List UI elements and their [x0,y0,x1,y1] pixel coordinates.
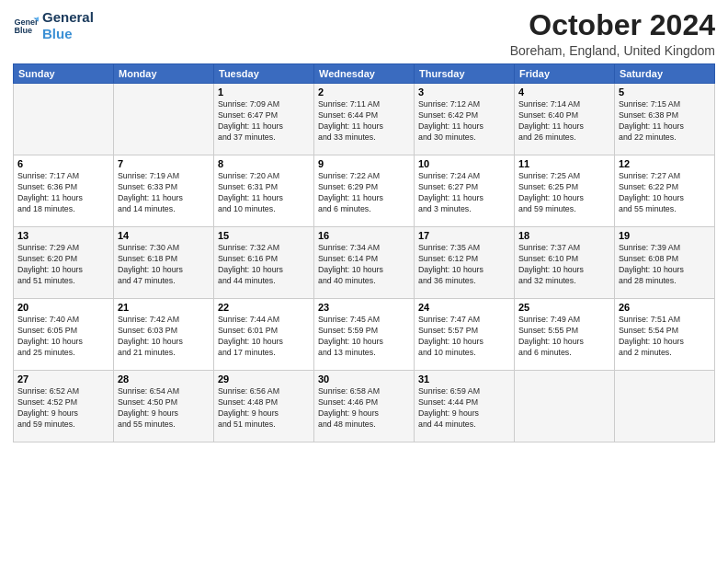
cell-text-line: Daylight: 10 hours [118,337,210,348]
cell-text-line: Daylight: 9 hours [418,408,510,419]
cell-text-line: Daylight: 10 hours [318,265,410,276]
logo-icon: General Blue [13,13,39,39]
logo-blue: Blue [42,26,94,42]
cell-text-line: Sunrise: 6:52 AM [17,386,109,397]
cell-text-line: Sunset: 6:33 PM [118,182,210,193]
cell-text-line: Sunset: 6:36 PM [17,182,109,193]
cell-text-line: and 37 minutes. [218,132,310,144]
cell-text-line: and 21 minutes. [118,348,210,359]
day-number: 20 [17,302,109,313]
calendar-cell: 15Sunrise: 7:32 AMSunset: 6:16 PMDayligh… [214,227,314,299]
cell-text-line: Daylight: 11 hours [218,121,310,132]
cell-text-line: Sunset: 6:20 PM [17,254,109,265]
cell-text-line: Sunset: 5:55 PM [518,326,610,337]
cell-text-line: and 47 minutes. [118,276,210,287]
cell-text-line: and 51 minutes. [218,419,310,431]
calendar-cell: 18Sunrise: 7:37 AMSunset: 6:10 PMDayligh… [515,227,615,299]
day-number: 31 [418,373,510,385]
col-tuesday: Tuesday [214,64,314,84]
day-number: 25 [518,302,610,313]
cell-text-line: Sunset: 6:05 PM [17,326,109,337]
cell-text-line: Daylight: 10 hours [518,193,610,204]
day-number: 27 [17,373,109,385]
cell-text-line: Daylight: 10 hours [619,265,711,276]
cell-text-line: and 51 minutes. [17,276,109,287]
col-sunday: Sunday [14,64,114,84]
cell-text-line: and 59 minutes. [518,204,610,215]
calendar-cell: 25Sunrise: 7:49 AMSunset: 5:55 PMDayligh… [515,299,615,371]
cell-text-line: Daylight: 11 hours [17,193,109,204]
calendar-table: Sunday Monday Tuesday Wednesday Thursday… [13,63,715,442]
cell-text-line: Sunset: 6:42 PM [418,110,510,121]
cell-text-line: Daylight: 10 hours [418,265,510,276]
calendar-week-4: 20Sunrise: 7:40 AMSunset: 6:05 PMDayligh… [14,299,715,371]
calendar-cell: 10Sunrise: 7:24 AMSunset: 6:27 PMDayligh… [415,155,515,227]
cell-text-line: and 33 minutes. [318,132,410,144]
cell-text-line: Sunrise: 7:27 AM [619,171,711,182]
cell-text-line: Sunrise: 7:42 AM [118,315,210,326]
day-number: 6 [17,158,109,169]
calendar-cell: 16Sunrise: 7:34 AMSunset: 6:14 PMDayligh… [314,227,415,299]
cell-text-line: Daylight: 10 hours [318,337,410,348]
cell-text-line: Sunset: 4:50 PM [118,397,210,408]
calendar-body: 1Sunrise: 7:09 AMSunset: 6:47 PMDaylight… [14,84,715,442]
calendar-cell [615,371,715,442]
cell-text-line: Daylight: 10 hours [518,337,610,348]
cell-text-line: Daylight: 10 hours [218,337,310,348]
cell-text-line: Sunset: 6:38 PM [619,110,711,121]
cell-text-line: Sunset: 5:59 PM [318,326,410,337]
cell-text-line: Daylight: 10 hours [619,193,711,204]
cell-text-line: Sunrise: 7:29 AM [17,243,109,254]
cell-text-line: Sunset: 5:54 PM [619,326,711,337]
cell-text-line: and 10 minutes. [218,204,310,215]
day-number: 7 [118,158,210,169]
cell-text-line: Sunset: 4:46 PM [318,397,410,408]
cell-text-line: Sunrise: 7:47 AM [418,315,510,326]
cell-text-line: Sunset: 6:12 PM [418,254,510,265]
cell-text-line: Sunset: 6:27 PM [418,182,510,193]
cell-text-line: Daylight: 11 hours [318,193,410,204]
cell-text-line: and 59 minutes. [17,419,109,431]
cell-text-line: Sunset: 6:40 PM [518,110,610,121]
cell-text-line: Daylight: 11 hours [218,193,310,204]
cell-text-line: Sunrise: 7:44 AM [218,315,310,326]
calendar-week-3: 13Sunrise: 7:29 AMSunset: 6:20 PMDayligh… [14,227,715,299]
cell-text-line: Daylight: 10 hours [518,265,610,276]
calendar-cell: 11Sunrise: 7:25 AMSunset: 6:25 PMDayligh… [515,155,615,227]
day-number: 10 [418,158,510,169]
cell-text-line: Sunrise: 7:20 AM [218,171,310,182]
day-number: 23 [318,302,410,313]
cell-text-line: Sunrise: 7:14 AM [518,99,610,110]
location: Boreham, England, United Kingdom [510,43,715,58]
calendar-cell [114,84,214,155]
calendar-cell: 19Sunrise: 7:39 AMSunset: 6:08 PMDayligh… [615,227,715,299]
calendar-cell: 29Sunrise: 6:56 AMSunset: 4:48 PMDayligh… [214,371,314,442]
header: General Blue General Blue October 2024 B… [13,9,715,58]
calendar-cell: 3Sunrise: 7:12 AMSunset: 6:42 PMDaylight… [415,84,515,155]
calendar-cell: 7Sunrise: 7:19 AMSunset: 6:33 PMDaylight… [114,155,214,227]
day-number: 26 [619,302,711,313]
cell-text-line: Sunrise: 7:12 AM [418,99,510,110]
calendar-cell: 8Sunrise: 7:20 AMSunset: 6:31 PMDaylight… [214,155,314,227]
cell-text-line: Daylight: 10 hours [17,265,109,276]
calendar-week-1: 1Sunrise: 7:09 AMSunset: 6:47 PMDaylight… [14,84,715,155]
cell-text-line: Sunset: 6:31 PM [218,182,310,193]
cell-text-line: and 44 minutes. [218,276,310,287]
calendar-cell: 6Sunrise: 7:17 AMSunset: 6:36 PMDaylight… [14,155,114,227]
cell-text-line: Daylight: 9 hours [318,408,410,419]
day-number: 4 [518,86,610,98]
cell-text-line: Sunrise: 7:32 AM [218,243,310,254]
day-number: 8 [218,158,310,169]
cell-text-line: Sunrise: 7:25 AM [518,171,610,182]
cell-text-line: Sunrise: 7:49 AM [518,315,610,326]
cell-text-line: Sunset: 6:44 PM [318,110,410,121]
cell-text-line: and 3 minutes. [418,204,510,215]
day-number: 1 [218,86,310,98]
calendar-week-5: 27Sunrise: 6:52 AMSunset: 4:52 PMDayligh… [14,371,715,442]
day-number: 17 [418,230,510,241]
cell-text-line: Sunset: 6:29 PM [318,182,410,193]
cell-text-line: Sunrise: 7:17 AM [17,171,109,182]
cell-text-line: and 36 minutes. [418,276,510,287]
logo-general: General [42,9,94,26]
cell-text-line: Sunset: 6:10 PM [518,254,610,265]
